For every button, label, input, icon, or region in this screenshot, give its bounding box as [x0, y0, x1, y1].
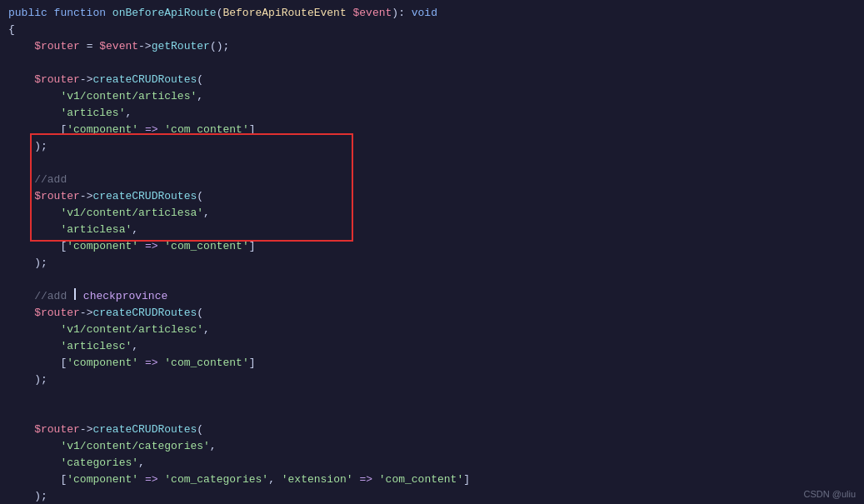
code-line: 'v1/content/articlesc',: [0, 322, 864, 338]
brace-open: {: [8, 22, 15, 38]
indent: [8, 188, 34, 205]
punctuation: (: [217, 5, 223, 22]
code-line: {: [0, 22, 864, 38]
string: 'com_content': [164, 238, 248, 255]
string: 'v1/content/articles': [60, 88, 197, 105]
string: 'com_categories': [164, 472, 268, 488]
indent: [8, 222, 60, 238]
indent: [8, 255, 34, 272]
indent: [8, 322, 60, 338]
punctuation: (: [197, 422, 203, 438]
arrow: =>: [145, 238, 158, 255]
variable: $router: [34, 38, 80, 55]
indent: [8, 88, 60, 105]
code-line: 'articles',: [0, 105, 864, 122]
plain: [353, 472, 360, 488]
string: 'categories': [60, 455, 138, 472]
watermark: CSDN @uliu: [803, 489, 856, 499]
code-line: );: [0, 255, 864, 272]
variable: $router: [34, 188, 80, 205]
plain: [138, 122, 145, 138]
method: createCRUDRoutes: [92, 188, 197, 205]
plain: [138, 238, 145, 255]
code-line: public function onBeforeApiRoute(BeforeA…: [0, 5, 864, 22]
plain: [157, 355, 164, 372]
arrow: =>: [145, 355, 158, 372]
punctuation: );: [34, 138, 47, 155]
code-line: ['component' => 'com_categories', 'exten…: [0, 472, 864, 488]
code-line: );: [0, 138, 864, 155]
indent: [8, 172, 34, 188]
punctuation: ):: [392, 5, 411, 22]
punctuation: (: [197, 188, 203, 205]
arrow: =>: [145, 472, 158, 488]
param-type: BeforeApiRouteEvent: [222, 5, 346, 22]
code-line: $router->createCRUDRoutes(: [0, 72, 864, 88]
code-line: );: [0, 372, 864, 388]
string: 'component': [67, 122, 138, 138]
indent: [8, 422, 34, 438]
string: 'v1/content/articlesa': [60, 205, 203, 222]
string: 'articlesa': [60, 222, 132, 238]
code-line: [0, 55, 864, 72]
code-line: );: [0, 488, 864, 504]
punctuation: (: [197, 72, 203, 88]
code-line: 'v1/content/articles',: [0, 88, 864, 105]
keyword-public: public: [8, 5, 54, 22]
variable: $router: [34, 422, 80, 438]
punctuation: ,: [125, 105, 132, 122]
punctuation: );: [34, 255, 47, 272]
method: getRouter: [152, 38, 210, 55]
variable: $router: [34, 305, 80, 322]
string: 'v1/content/articlesc': [60, 322, 203, 338]
method: createCRUDRoutes: [92, 72, 197, 88]
punctuation: );: [34, 372, 47, 388]
punctuation: ,: [268, 472, 282, 488]
string: 'v1/content/categories': [60, 438, 209, 455]
string: 'component': [67, 355, 138, 372]
code-container: public function onBeforeApiRoute(BeforeA…: [0, 0, 864, 504]
indent: [8, 138, 34, 155]
plain: =: [80, 38, 99, 55]
indent: [8, 72, 34, 88]
bracket-close: ]: [249, 355, 256, 372]
plain: [138, 355, 145, 372]
punctuation: ,: [203, 322, 210, 338]
string: 'com_content': [164, 355, 248, 372]
bracket-close: ]: [463, 472, 470, 488]
code-line: 'v1/content/categories',: [0, 438, 864, 455]
bracket: [: [60, 238, 67, 255]
code-line: $router = $event->getRouter();: [0, 38, 864, 55]
indent: [8, 455, 60, 472]
code-line: 'articlesc',: [0, 338, 864, 355]
punctuation: ,: [132, 222, 138, 238]
plain: ->: [138, 38, 152, 55]
keyword-void: void: [412, 5, 437, 22]
code-line: [0, 405, 864, 422]
punctuation: ,: [132, 338, 138, 355]
indent: [8, 288, 34, 305]
arrow: =>: [145, 122, 158, 138]
indent: [8, 438, 60, 455]
punctuation: ,: [197, 88, 203, 105]
indent: [8, 122, 60, 138]
indent: [8, 205, 60, 222]
variable: $router: [34, 72, 80, 88]
bracket: [: [60, 122, 67, 138]
code-line: ['component' => 'com_content']: [0, 238, 864, 255]
code-line: ['component' => 'com_content']: [0, 122, 864, 138]
indent: [8, 488, 34, 504]
punctuation: ,: [210, 438, 217, 455]
variable: $event: [99, 38, 138, 55]
cursor: [74, 288, 76, 300]
code-line: ['component' => 'com_content']: [0, 355, 864, 372]
bracket-close: ]: [249, 122, 256, 138]
plain: ->: [80, 305, 93, 322]
plain: [372, 472, 379, 488]
bracket: [: [60, 472, 67, 488]
indent: [8, 372, 34, 388]
plain: [157, 238, 164, 255]
code-line: $router->createCRUDRoutes(: [0, 188, 864, 205]
code-line: 'v1/content/articlesa',: [0, 205, 864, 222]
code-line: [0, 388, 864, 405]
